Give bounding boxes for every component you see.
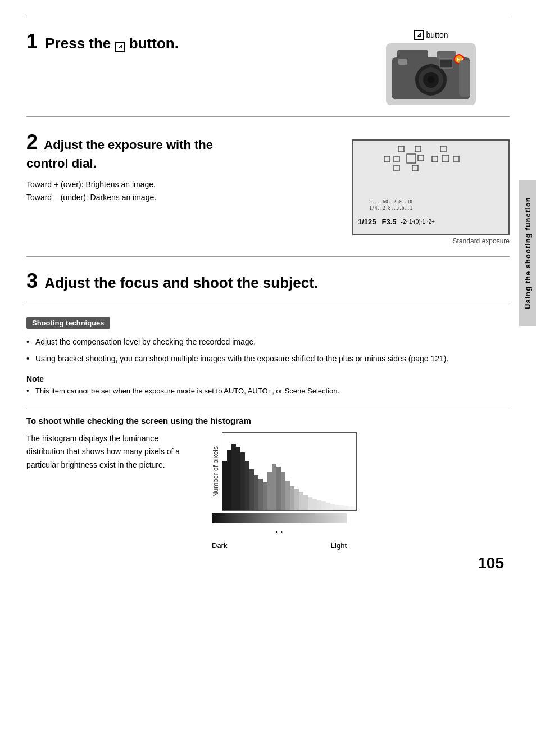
histogram-labels: Dark Light: [212, 541, 347, 550]
svg-rect-27: [236, 447, 240, 511]
step1-section: 1 Press the ⊿ button. ⊿ button: [26, 24, 510, 116]
step2-title-block: 2 Adjust the exposure with the control d…: [26, 129, 217, 203]
svg-rect-13: [415, 146, 421, 152]
svg-rect-35: [272, 464, 276, 511]
svg-rect-51: [344, 506, 348, 511]
svg-rect-7: [398, 59, 407, 65]
svg-rect-49: [335, 505, 339, 511]
svg-rect-19: [432, 156, 438, 162]
label-light: Light: [331, 541, 347, 550]
step2-desc-line2: Toward – (under): Darkens an image.: [26, 191, 217, 203]
lcd-display: 5....60..250..10 1/4..2.8..5.6..1 1/125 …: [352, 139, 510, 235]
step3-title: 3 Adjust the focus and shoot the subject…: [26, 269, 510, 293]
step3-number: 3: [26, 269, 38, 292]
svg-rect-12: [398, 146, 404, 152]
standard-exposure-label: Standard exposure: [453, 237, 510, 245]
svg-rect-32: [258, 479, 263, 511]
histogram-wrapper: Number of pixels: [212, 432, 357, 511]
lcd-numbers-mid: 1/4..2.8..5.6..1: [358, 205, 504, 211]
svg-rect-53: [353, 507, 357, 511]
step1-number: 1: [26, 30, 38, 53]
histogram-arrow: ↔: [273, 524, 285, 539]
svg-rect-33: [263, 482, 267, 511]
page-container: 1 Press the ⊿ button. ⊿ button: [15, 0, 521, 583]
svg-rect-52: [348, 506, 353, 511]
histogram-content: The histogram displays the luminance dis…: [26, 432, 510, 550]
lcd-bottom-row: 1/125 F3.5 -2··1·(0)·1··2+: [358, 218, 504, 226]
svg-rect-17: [407, 154, 416, 163]
svg-rect-36: [276, 467, 281, 511]
lcd-numbers-top: 5....60..250..10: [358, 199, 504, 205]
divider-step1: [26, 17, 510, 17]
histogram-gradient-bar: [212, 513, 347, 523]
step2-title: 2 Adjust the exposure with the control d…: [26, 129, 217, 171]
svg-rect-16: [394, 156, 399, 162]
divider-step3: [26, 256, 510, 257]
svg-rect-14: [440, 146, 446, 152]
lcd-aperture: F3.5: [382, 218, 397, 226]
lcd-shutter: 1/125: [358, 218, 376, 226]
svg-rect-44: [312, 499, 317, 511]
step1-header: 1 Press the ⊿ button. ⊿ button: [26, 30, 510, 105]
histogram-title: To shoot while checking the screen using…: [26, 416, 510, 425]
svg-rect-2: [437, 51, 456, 59]
step2-desc-line1: Toward + (over): Brightens an image.: [26, 178, 217, 191]
svg-rect-23: [412, 165, 418, 171]
step2-description: Toward + (over): Brightens an image. Tow…: [26, 178, 217, 203]
svg-rect-37: [281, 472, 285, 511]
divider-histogram: [26, 409, 510, 409]
histogram-y-label: Number of pixels: [212, 446, 220, 497]
svg-rect-26: [231, 444, 236, 511]
svg-rect-31: [254, 475, 258, 511]
note-title: Note: [26, 374, 510, 383]
step1-title: 1 Press the ⊿ button.: [26, 30, 179, 53]
svg-rect-50: [339, 505, 344, 511]
divider-after-step3: [26, 302, 510, 302]
step1-button-text: button.: [129, 35, 179, 52]
button-label-text: button: [426, 30, 448, 39]
svg-rect-45: [317, 500, 321, 511]
step3-section: 3 Adjust the focus and shoot the subject…: [26, 264, 510, 302]
step1-title-text: Press the: [45, 35, 115, 52]
svg-rect-42: [303, 495, 308, 511]
svg-rect-43: [308, 497, 312, 511]
step2-number: 2: [26, 130, 38, 153]
svg-rect-41: [299, 492, 303, 511]
histogram-arrow-row: ↔: [212, 524, 347, 539]
svg-rect-40: [294, 489, 299, 511]
camera-svg: EV: [386, 43, 476, 105]
histogram-diagram: Number of pixels: [212, 432, 357, 550]
step2-section: 2 Adjust the exposure with the control d…: [26, 124, 510, 256]
ev-icon-label: ⊿: [414, 30, 424, 40]
svg-rect-15: [384, 156, 390, 162]
svg-rect-47: [326, 503, 330, 511]
page-number: 105: [478, 554, 504, 572]
bullet-item-1: Adjust the compensation level by checkin…: [26, 336, 510, 348]
svg-point-6: [428, 76, 434, 83]
histogram-svg: [222, 433, 357, 511]
note-text: This item cannot be set when the exposur…: [26, 386, 510, 397]
note-section: Note This item cannot be set when the ex…: [26, 374, 510, 397]
svg-rect-29: [245, 461, 249, 511]
label-dark: Dark: [212, 541, 227, 550]
bullet-item-2: Using bracket shooting, you can shoot mu…: [26, 352, 510, 365]
svg-rect-28: [240, 452, 245, 511]
svg-rect-21: [453, 156, 459, 162]
svg-rect-11: [459, 60, 470, 97]
step2-header: 2 Adjust the exposure with the control d…: [26, 129, 510, 245]
svg-rect-48: [330, 504, 335, 511]
histogram-section: To shoot while checking the screen using…: [26, 416, 510, 550]
svg-rect-22: [394, 165, 399, 171]
svg-rect-39: [290, 486, 294, 511]
ev-button-icon: ⊿: [115, 42, 125, 52]
histogram-chart: [222, 432, 357, 511]
svg-rect-38: [285, 481, 290, 511]
lcd-scale: -2··1·(0)·1··2+: [401, 219, 435, 225]
svg-rect-25: [227, 450, 231, 511]
step1-right: ⊿ button: [386, 30, 476, 105]
histogram-text: The histogram displays the luminance dis…: [26, 432, 195, 472]
button-label: ⊿ button: [414, 30, 448, 40]
svg-rect-18: [418, 155, 424, 161]
lcd-icons-svg: [353, 141, 508, 197]
svg-rect-10: [439, 59, 453, 68]
